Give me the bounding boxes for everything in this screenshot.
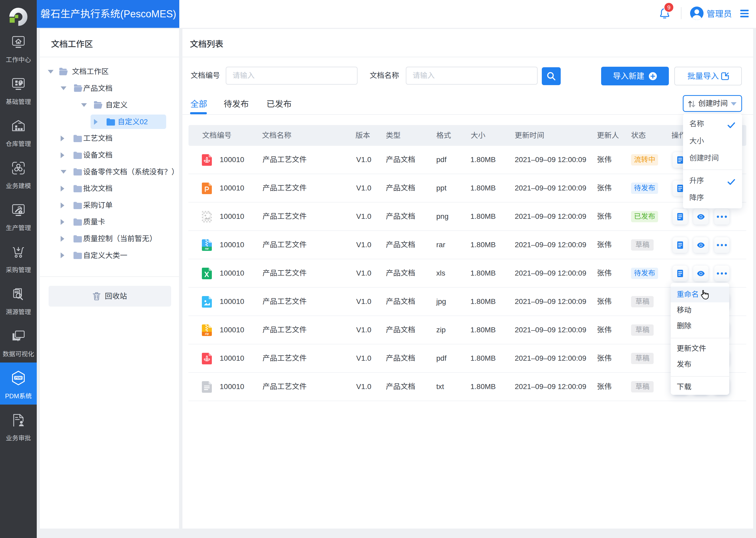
svg-text:zip: zip	[205, 332, 209, 335]
svg-text:PDM: PDM	[15, 376, 22, 379]
svg-text:rar: rar	[205, 247, 209, 250]
